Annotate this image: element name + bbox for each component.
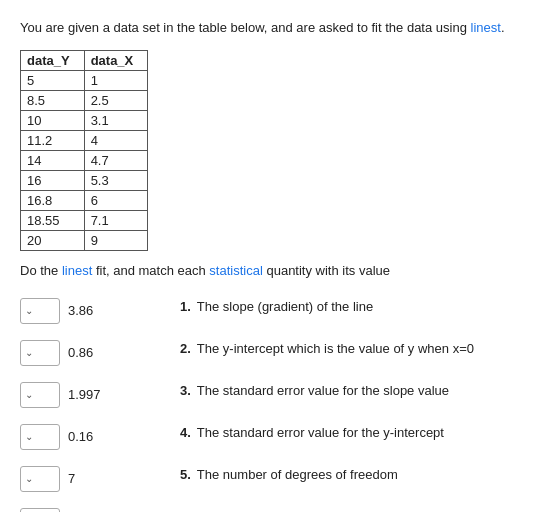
right-side-3: 3.The standard error value for the slope…: [180, 380, 527, 401]
cell-r1-c0: 8.5: [21, 90, 85, 110]
intro-before: You are given a data set in the table be…: [20, 20, 471, 35]
chevron-down-icon-1: ⌄: [25, 305, 33, 316]
chevron-down-icon-3: ⌄: [25, 389, 33, 400]
right-side-1: 1.The slope (gradient) of the line: [180, 296, 527, 317]
cell-r0-c0: 5: [21, 70, 85, 90]
right-item-6: 6.The residual sum of squares: [180, 508, 527, 513]
cell-r7-c1: 7.1: [84, 210, 148, 230]
cell-r6-c0: 16.8: [21, 190, 85, 210]
matching-area: ⌄3.861.The slope (gradient) of the line⌄…: [20, 296, 527, 513]
dropdown-5[interactable]: ⌄: [20, 466, 60, 492]
intro-text: You are given a data set in the table be…: [20, 18, 527, 38]
left-side-2: ⌄0.86: [20, 338, 180, 366]
item-number-6: 6.: [180, 508, 191, 513]
left-side-3: ⌄1.997: [20, 380, 180, 408]
value-label-3: 1.997: [68, 387, 108, 402]
item-desc-6: The residual sum of squares: [197, 508, 361, 513]
item-desc-2: The y-intercept which is the value of y …: [197, 340, 474, 359]
instr-text2: fit, and match each: [92, 263, 209, 278]
right-side-6: 6.The residual sum of squares: [180, 506, 527, 513]
intro-highlight: linest: [471, 20, 501, 35]
right-side-5: 5.The number of degrees of freedom: [180, 464, 527, 485]
right-item-3: 3.The standard error value for the slope…: [180, 382, 527, 401]
match-row-6: ⌄8.816.The residual sum of squares: [20, 506, 527, 513]
left-side-1: ⌄3.86: [20, 296, 180, 324]
chevron-down-icon-5: ⌄: [25, 473, 33, 484]
chevron-down-icon-2: ⌄: [25, 347, 33, 358]
table-row: 209: [21, 230, 148, 250]
value-label-1: 3.86: [68, 303, 108, 318]
dropdown-6[interactable]: ⌄: [20, 508, 60, 513]
chevron-down-icon-4: ⌄: [25, 431, 33, 442]
right-item-1: 1.The slope (gradient) of the line: [180, 298, 527, 317]
item-desc-5: The number of degrees of freedom: [197, 466, 398, 485]
cell-r1-c1: 2.5: [84, 90, 148, 110]
cell-r6-c1: 6: [84, 190, 148, 210]
intro-after: .: [501, 20, 505, 35]
dropdown-4[interactable]: ⌄: [20, 424, 60, 450]
match-row-1: ⌄3.861.The slope (gradient) of the line: [20, 296, 527, 324]
col-header-x: data_X: [84, 50, 148, 70]
table-row: 16.86: [21, 190, 148, 210]
table-row: 18.557.1: [21, 210, 148, 230]
cell-r4-c0: 14: [21, 150, 85, 170]
value-label-4: 0.16: [68, 429, 108, 444]
cell-r7-c0: 18.55: [21, 210, 85, 230]
table-row: 165.3: [21, 170, 148, 190]
item-number-3: 3.: [180, 382, 191, 401]
match-row-3: ⌄1.9973.The standard error value for the…: [20, 380, 527, 408]
dropdown-1[interactable]: ⌄: [20, 298, 60, 324]
data-table: data_Y data_X 518.52.5103.111.24144.7165…: [20, 50, 148, 251]
item-number-2: 2.: [180, 340, 191, 359]
item-desc-1: The slope (gradient) of the line: [197, 298, 373, 317]
right-item-4: 4.The standard error value for the y-int…: [180, 424, 527, 443]
dropdown-3[interactable]: ⌄: [20, 382, 60, 408]
cell-r4-c1: 4.7: [84, 150, 148, 170]
table-row: 51: [21, 70, 148, 90]
cell-r3-c1: 4: [84, 130, 148, 150]
cell-r0-c1: 1: [84, 70, 148, 90]
item-number-4: 4.: [180, 424, 191, 443]
right-side-2: 2.The y-intercept which is the value of …: [180, 338, 527, 359]
item-desc-3: The standard error value for the slope v…: [197, 382, 449, 401]
instruction: Do the linest fit, and match each statis…: [20, 263, 527, 278]
instr-link2: statistical: [209, 263, 262, 278]
table-row: 103.1: [21, 110, 148, 130]
cell-r3-c0: 11.2: [21, 130, 85, 150]
cell-r8-c0: 20: [21, 230, 85, 250]
value-label-5: 7: [68, 471, 108, 486]
value-label-2: 0.86: [68, 345, 108, 360]
item-number-5: 5.: [180, 466, 191, 485]
match-row-4: ⌄0.164.The standard error value for the …: [20, 422, 527, 450]
instr-link1: linest: [62, 263, 92, 278]
item-number-1: 1.: [180, 298, 191, 317]
cell-r5-c1: 5.3: [84, 170, 148, 190]
cell-r5-c0: 16: [21, 170, 85, 190]
col-header-y: data_Y: [21, 50, 85, 70]
dropdown-2[interactable]: ⌄: [20, 340, 60, 366]
left-side-5: ⌄7: [20, 464, 180, 492]
right-side-4: 4.The standard error value for the y-int…: [180, 422, 527, 443]
item-desc-4: The standard error value for the y-inter…: [197, 424, 444, 443]
cell-r8-c1: 9: [84, 230, 148, 250]
cell-r2-c1: 3.1: [84, 110, 148, 130]
table-row: 144.7: [21, 150, 148, 170]
table-row: 8.52.5: [21, 90, 148, 110]
match-row-2: ⌄0.862.The y-intercept which is the valu…: [20, 338, 527, 366]
right-item-5: 5.The number of degrees of freedom: [180, 466, 527, 485]
left-side-6: ⌄8.81: [20, 506, 180, 513]
left-side-4: ⌄0.16: [20, 422, 180, 450]
match-row-5: ⌄75.The number of degrees of freedom: [20, 464, 527, 492]
table-row: 11.24: [21, 130, 148, 150]
instr-text1: Do the: [20, 263, 62, 278]
instr-text3: quantity with its value: [263, 263, 390, 278]
right-item-2: 2.The y-intercept which is the value of …: [180, 340, 527, 359]
cell-r2-c0: 10: [21, 110, 85, 130]
